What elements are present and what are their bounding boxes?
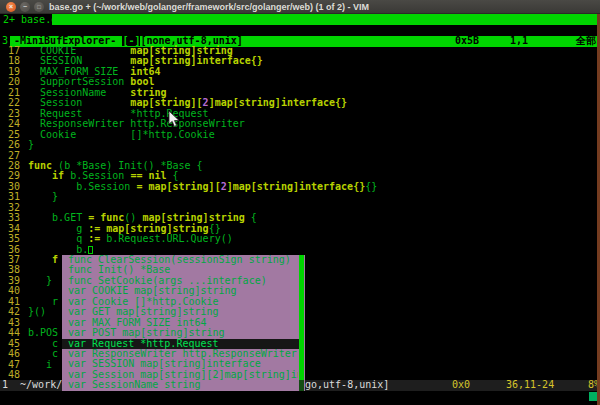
- code-token: []*http.Cookie: [130, 129, 214, 140]
- mouse-cursor-icon: [168, 111, 180, 128]
- code-token: (): [124, 212, 142, 223]
- statusline-file-right: go,utf-8,unix]: [305, 380, 389, 391]
- code-token: if: [52, 170, 70, 181]
- code-line[interactable]: 35 q := b.Request.URL.Query(): [0, 234, 597, 244]
- code-token: http.ResponseWriter: [130, 118, 244, 129]
- code-token: MAX_FORM_SIZE: [28, 66, 130, 77]
- line-number: 46: [0, 349, 20, 359]
- code-token: {}: [365, 181, 377, 192]
- code-token: COOKIE: [28, 45, 130, 56]
- close-icon[interactable]: ×: [6, 2, 16, 12]
- code-token: map[string]string: [130, 45, 232, 56]
- code-token: = map[string][: [136, 181, 220, 192]
- code-token: int64: [130, 66, 160, 77]
- completion-item-selected[interactable]: var Request *http.Request: [62, 339, 299, 349]
- statusline-char-hex: 0x0: [452, 380, 470, 391]
- code-token: c: [28, 338, 58, 349]
- code-token: string: [130, 87, 166, 98]
- code-line[interactable]: 30 b.Session = map[string][2]map[string]…: [0, 182, 597, 192]
- code-token: g: [28, 223, 88, 234]
- code-text: i: [28, 360, 52, 370]
- code-token: {: [173, 170, 179, 181]
- completion-popup: func ClearSession(sessionSign string) fu…: [62, 255, 305, 391]
- minimize-icon[interactable]: −: [20, 2, 30, 12]
- completion-item[interactable]: var Session map[string][2]map[string]int…: [62, 370, 298, 380]
- code-text: }(): [28, 307, 46, 317]
- completion-item[interactable]: var SessionName string: [62, 380, 298, 390]
- code-text: }: [28, 276, 52, 286]
- code-token: map[string][: [130, 97, 202, 108]
- completion-item[interactable]: var ResponseWriter http.ResponseWriter: [62, 349, 298, 359]
- code-token: SupportSession: [28, 76, 130, 87]
- code-token: {: [245, 212, 257, 223]
- completion-item[interactable]: var COOKIE map[string]string: [62, 286, 298, 296]
- code-token: [28, 170, 52, 181]
- code-token: map[string]string: [142, 212, 244, 223]
- title-bar[interactable]: × − □ base.go + (~/work/web/golanger/fra…: [0, 0, 600, 14]
- code-token: func: [28, 160, 58, 171]
- code-token: ]map[string]interface{}: [227, 181, 365, 192]
- code-token: }: [28, 139, 34, 150]
- code-token: SessionName: [28, 87, 130, 98]
- code-text: b.Session = map[string][2]map[string]int…: [28, 182, 377, 192]
- completion-item[interactable]: func SetCookie(args ...interface): [62, 276, 298, 286]
- code-text: }: [28, 140, 34, 150]
- code-token: Cookie: [28, 129, 130, 140]
- code-token: }(): [28, 306, 46, 317]
- code-token: ]map[string]interface{}: [209, 97, 347, 108]
- command-message-line: -- 全能补全 (^O^N^P) 匹配 9 / 14: [0, 391, 600, 405]
- popup-scrollbar-track[interactable]: [299, 380, 304, 391]
- code-token: SESSION: [28, 55, 130, 66]
- window-title: base.go + (~/work/web/golanger/framework…: [49, 1, 369, 14]
- code-line[interactable]: 26}: [0, 140, 597, 150]
- completion-item[interactable]: var SESSION map[string]interface: [62, 359, 298, 369]
- maximize-icon[interactable]: □: [34, 2, 44, 12]
- code-line[interactable]: 31 }: [0, 192, 597, 202]
- code-token: q: [28, 233, 88, 244]
- code-token: b.GET: [28, 212, 88, 223]
- code-token: b.POS: [28, 327, 58, 338]
- code-token: :=: [88, 233, 106, 244]
- code-token: == nil: [130, 170, 172, 181]
- code-token: b.Session: [28, 181, 136, 192]
- completion-item[interactable]: var MAX_FORM_SIZE int64: [62, 318, 298, 328]
- mbe-ruler-scroll: 全部: [576, 36, 596, 47]
- code-token: b.: [28, 244, 88, 255]
- code-text: Cookie []*http.Cookie: [28, 130, 215, 140]
- code-token: i: [28, 359, 52, 370]
- vim-window: × − □ base.go + (~/work/web/golanger/fra…: [0, 0, 600, 405]
- code-token: c: [28, 348, 58, 359]
- code-token: [28, 254, 52, 265]
- line-number: 26: [0, 140, 20, 150]
- code-line[interactable]: 25 Cookie []*http.Cookie: [0, 130, 597, 140]
- code-token: map[string]interface{}: [130, 55, 262, 66]
- code-token: := map[string]string: [88, 223, 208, 234]
- tabline-fill: [52, 14, 597, 25]
- code-token: f: [52, 254, 58, 265]
- completion-item[interactable]: func Init() *Base: [62, 265, 298, 275]
- line-number: 35: [0, 234, 20, 244]
- code-line[interactable]: 36 b.: [0, 245, 597, 255]
- mbe-ruler-hex: 0x5B: [455, 36, 479, 47]
- code-token: }: [28, 275, 52, 286]
- text-cursor: [88, 246, 93, 254]
- code-token: {}: [209, 223, 221, 234]
- completion-item[interactable]: var POST map[string]string: [62, 328, 298, 338]
- code-token: r: [28, 296, 58, 307]
- popup-scrollbar-thumb[interactable]: [299, 255, 304, 380]
- completion-item[interactable]: var GET map[string]string: [62, 307, 298, 317]
- code-token: }: [28, 191, 58, 202]
- completion-item[interactable]: func ClearSession(sessionSign string): [62, 255, 298, 265]
- line-number: 48: [0, 370, 20, 380]
- completion-items: func ClearSession(sessionSign string) fu…: [62, 255, 305, 391]
- code-text: }: [28, 192, 58, 202]
- statusline-cursor-position: 36,11-24: [506, 380, 554, 391]
- code-text: f: [28, 255, 58, 265]
- tabline: 2+ base.go: [0, 14, 600, 25]
- code-token: Request: [28, 108, 130, 119]
- code-token: bool: [130, 76, 154, 87]
- code-token: = func: [88, 212, 124, 223]
- completion-item[interactable]: var Cookie []*http.Cookie: [62, 297, 298, 307]
- mbe-ruler-position: 1,1: [510, 36, 528, 47]
- code-token: b.Request.URL.Query(): [106, 233, 232, 244]
